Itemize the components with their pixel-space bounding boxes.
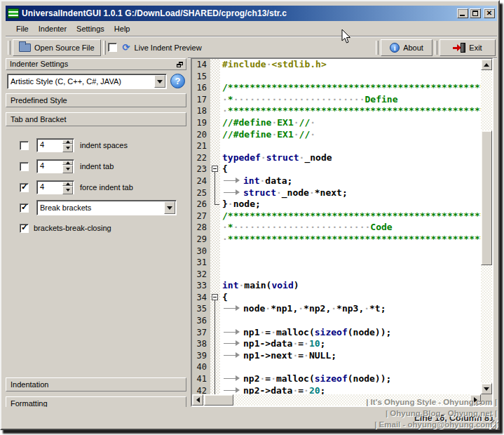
option-label: indent spaces xyxy=(80,141,128,149)
seg-cm: ****************************************… xyxy=(228,105,481,116)
check-icon: ✓ xyxy=(21,222,28,232)
seg-ws: · xyxy=(304,385,309,394)
title-bar[interactable]: UniversalIndentGUI 1.0.1 G:/DownLoad/SHA… xyxy=(6,6,497,21)
combo-value: Break brackets xyxy=(40,201,163,215)
fold-marker[interactable] xyxy=(212,166,218,172)
minimize-button[interactable] xyxy=(457,8,468,18)
fold-cell xyxy=(210,373,220,385)
fold-marker[interactable] xyxy=(212,294,218,300)
seg-pl: (node)); xyxy=(348,327,392,337)
menu-settings[interactable]: Settings xyxy=(71,23,109,34)
spin-down-button[interactable] xyxy=(62,186,73,194)
live-preview-refresh-icon: ⟳ xyxy=(121,42,132,53)
code-line-35: node·*np1,·*np2,·*np3,·*t; xyxy=(220,303,481,315)
code-text-area[interactable]: #include·<stdlib.h>/********************… xyxy=(220,59,481,394)
float-dock-icon[interactable] xyxy=(177,62,183,67)
fold-cell xyxy=(210,175,220,187)
section-tab-and-bracket[interactable]: Tab and Bracket xyxy=(6,112,186,126)
checkbox-1[interactable] xyxy=(20,162,29,171)
spinbox-1[interactable]: 4 xyxy=(36,159,74,173)
about-button[interactable]: i About xyxy=(381,39,433,56)
seg-ws: · xyxy=(271,373,276,384)
spin-down-button[interactable] xyxy=(62,144,73,152)
dropdown-button[interactable] xyxy=(154,75,165,88)
hscroll-thumb[interactable] xyxy=(204,394,233,406)
checkbox-4[interactable]: ✓ xyxy=(20,224,29,233)
seg-cm: /***************************************… xyxy=(222,210,481,221)
line-number: 24 xyxy=(192,175,210,187)
tab-arrow-icon xyxy=(222,351,243,360)
scroll-up-button[interactable] xyxy=(481,59,492,70)
toolbar-grip[interactable] xyxy=(435,41,437,55)
checkbox-3[interactable]: ✓ xyxy=(20,203,29,213)
checkbox-0[interactable] xyxy=(20,141,29,150)
exit-button[interactable]: Exit xyxy=(440,39,496,56)
option-row-indent-spaces: 4indent spaces xyxy=(20,138,128,153)
seg-pl: _node xyxy=(282,187,309,198)
break-brackets-select[interactable]: Break brackets xyxy=(36,200,177,215)
toolbar-grip[interactable] xyxy=(103,41,106,55)
menu-file[interactable]: File xyxy=(11,23,34,34)
exit-label: Exit xyxy=(469,44,482,52)
code-line-30 xyxy=(220,246,481,257)
spin-value: 4 xyxy=(40,140,44,149)
maximize-button[interactable] xyxy=(470,8,481,18)
dropdown-button[interactable] xyxy=(164,201,175,214)
fold-cell xyxy=(210,94,220,106)
arrow-down-icon xyxy=(484,387,489,394)
toolbar: Open Source File ⟳ Live Indent Preview i… xyxy=(6,37,497,58)
seg-pl: = xyxy=(298,385,304,394)
fold-cell xyxy=(210,257,220,269)
code-line-18: ·***************************************… xyxy=(220,105,481,117)
indenter-help-button[interactable]: ? xyxy=(170,74,185,88)
settings-dock-titlebar[interactable]: Indenter Settings xyxy=(6,58,186,70)
check-icon: ✓ xyxy=(21,202,28,212)
line-number: 28 xyxy=(192,222,210,234)
seg-ws: · xyxy=(222,222,228,232)
seg-pl: NULL; xyxy=(309,350,336,361)
menu-indenter[interactable]: Indenter xyxy=(34,23,71,34)
code-line-25: struct·_node·*next; xyxy=(220,187,481,199)
seg-pl: np2 xyxy=(243,373,259,384)
checkbox-2[interactable]: ✓ xyxy=(20,183,29,192)
scroll-down-button[interactable] xyxy=(481,383,492,394)
menu-help[interactable]: Help xyxy=(109,23,135,34)
fold-cell xyxy=(210,269,220,281)
fold-cell xyxy=(210,117,220,129)
open-source-file-button[interactable]: Open Source File xyxy=(13,39,101,56)
fold-cell xyxy=(210,327,220,339)
close-button[interactable]: ✕ xyxy=(484,8,495,18)
indenter-select[interactable]: Artistic Style (C, C++, C#, JAVA) xyxy=(7,74,167,89)
toolbar-grip[interactable] xyxy=(8,41,11,55)
code-line-36 xyxy=(220,315,481,327)
seg-ws: · xyxy=(261,152,266,163)
tab-arrow-icon xyxy=(222,386,243,394)
scroll-left-button[interactable] xyxy=(192,394,203,406)
section-predefined-style[interactable]: Predefined Style xyxy=(6,93,186,107)
settings-dock: Indenter Settings Artistic Style (C, C++… xyxy=(4,58,188,417)
live-indent-preview-checkbox[interactable] xyxy=(108,43,117,52)
code-line-27: /***************************************… xyxy=(220,210,481,222)
seg-ws: ························· xyxy=(233,222,371,232)
fold-cell xyxy=(210,210,220,222)
line-number: 30 xyxy=(192,246,210,257)
seg-ws: · xyxy=(271,327,276,337)
spinbox-2[interactable]: 4 xyxy=(36,180,74,194)
open-folder-icon xyxy=(19,44,31,52)
line-number-margin: 1415161718192021222324252627282930313233… xyxy=(192,59,210,394)
fold-line xyxy=(214,187,215,199)
vscroll-thumb[interactable] xyxy=(481,130,492,265)
arrow-left-icon xyxy=(193,397,200,403)
fold-cell xyxy=(210,59,220,71)
section-indentation[interactable]: Indentation xyxy=(6,377,186,392)
toolbar-grip[interactable] xyxy=(376,41,379,55)
line-number: 17 xyxy=(192,94,210,106)
fold-cell xyxy=(210,129,220,141)
fold-cell xyxy=(210,187,220,199)
line-number: 33 xyxy=(192,280,210,292)
spin-down-button[interactable] xyxy=(62,165,73,173)
spinbox-0[interactable]: 4 xyxy=(36,138,74,152)
seg-pl: np1->next xyxy=(243,350,292,361)
line-number: 29 xyxy=(192,234,210,246)
fold-cell xyxy=(210,303,220,315)
